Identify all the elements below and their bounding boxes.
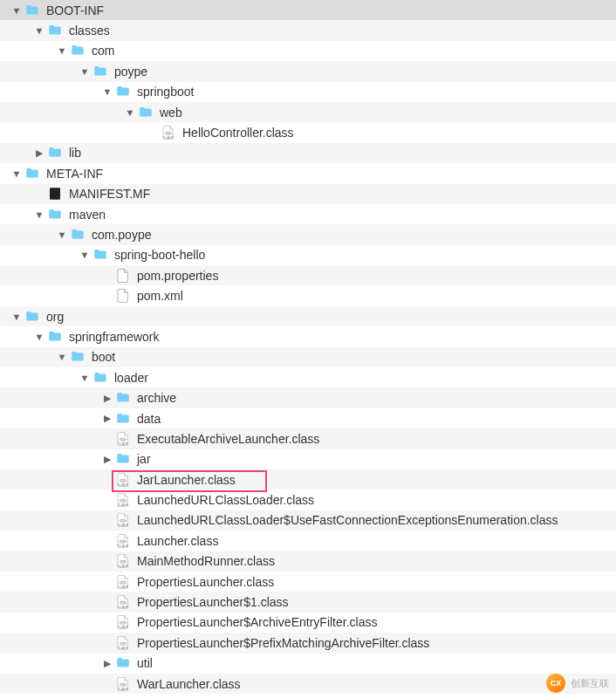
tree-row[interactable]: ▶archive [0,387,616,407]
tree-row[interactable]: ▼org [0,306,616,326]
tree-row[interactable]: CLASSExecutableArchiveLauncher.class [0,428,616,448]
tree-row[interactable]: ▼web [0,102,616,122]
chevron-down-icon[interactable]: ▼ [79,249,91,261]
tree-row[interactable]: MANIFEST.MF [0,184,616,204]
watermark: CX 创新互联 [546,674,609,693]
tree-row[interactable]: ▼com.poype [0,224,616,244]
chevron-down-icon[interactable]: ▼ [10,168,23,180]
disclosure-spacer [101,678,113,690]
class-icon: CLASS [115,553,131,569]
tree-item-label: web [160,106,182,120]
folder-icon [70,349,86,365]
svg-point-17 [120,601,127,604]
disclosure-spacer [101,596,113,608]
folder-icon [24,166,40,181]
svg-text:CLASS: CLASS [118,565,129,568]
tree-row[interactable]: CLASSLauncher.class [0,530,616,551]
class-icon: CLASS [115,635,131,651]
tree-row[interactable]: ▶data [0,408,616,428]
tree-row[interactable]: ▶jar [0,449,616,469]
disclosure-spacer [101,290,113,302]
svg-point-21 [120,642,127,645]
tree-item-label: WarLauncher.class [137,677,241,691]
svg-text:CLASS: CLASS [118,606,129,609]
svg-point-5 [120,479,127,482]
tree-row[interactable]: CLASSHelloController.class [0,122,616,142]
tree-row[interactable]: ▼loader [0,367,616,387]
tree-item-label: poype [114,65,147,79]
tree-row[interactable]: CLASSPropertiesLauncher.class [0,571,616,592]
tree-item-label: classes [69,24,110,38]
file-tree[interactable]: ▼BOOT-INF▼classes▼com▼poype▼springboot▼w… [0,0,616,694]
tree-item-label: jar [137,452,151,466]
tree-row[interactable]: ▼classes [0,20,616,40]
svg-point-19 [120,622,127,625]
tree-item-label: JarLauncher.class [137,473,236,487]
chevron-right-icon[interactable]: ▶ [101,413,113,425]
tree-row[interactable]: pom.xml [0,285,616,305]
tree-row[interactable]: CLASSLaunchedURLClassLoader$UseFastConne… [0,510,616,530]
class-icon: CLASS [115,472,131,488]
tree-row[interactable]: ▶lib [0,143,616,163]
chevron-down-icon[interactable]: ▼ [10,4,23,17]
tree-row[interactable]: ▼spring-boot-hello [0,245,616,265]
folder-icon [115,451,131,467]
tree-row[interactable]: CLASSPropertiesLauncher$1.class [0,592,616,612]
chevron-down-icon[interactable]: ▼ [33,331,45,343]
tree-row[interactable]: ▼META-INF [0,163,616,183]
chevron-down-icon[interactable]: ▼ [33,24,45,37]
tree-item-label: PropertiesLauncher$ArchiveEntryFilter.cl… [137,615,377,629]
disclosure-spacer [147,127,159,139]
tree-row[interactable]: ▼poype [0,61,616,81]
class-icon: CLASS [115,574,131,590]
svg-point-0 [165,132,172,134]
folder-icon [92,370,108,386]
tree-item-label: org [46,310,64,324]
tree-row[interactable]: CLASSPropertiesLauncher$ArchiveEntryFilt… [0,612,616,633]
watermark-text: 创新互联 [571,677,609,690]
tree-row[interactable]: ▼BOOT-INF [0,0,616,20]
tree-row[interactable]: ▶util [0,654,616,674]
tree-item-label: PropertiesLauncher$1.class [137,595,289,609]
disclosure-spacer [101,514,113,526]
tree-item-label: loader [114,371,148,385]
tree-row[interactable]: ▼springframework [0,326,616,346]
tree-row[interactable]: ▼com [0,41,616,61]
class-icon: CLASS [115,614,131,630]
chevron-down-icon[interactable]: ▼ [101,86,113,98]
chevron-down-icon[interactable]: ▼ [79,65,91,78]
tree-row[interactable]: ▼maven [0,204,616,224]
tree-row[interactable]: CLASSLaunchedURLClassLoader.class [0,489,616,510]
chevron-down-icon[interactable]: ▼ [56,351,68,363]
chevron-down-icon[interactable]: ▼ [79,372,91,384]
chevron-down-icon[interactable]: ▼ [10,311,23,323]
tree-row[interactable]: CLASSJarLauncher.class [0,469,616,489]
class-icon: CLASS [115,492,131,508]
svg-text:CLASS: CLASS [163,136,175,140]
tree-row[interactable]: pom.properties [0,265,616,285]
tree-row[interactable]: CLASSPropertiesLauncher$PrefixMatchingAr… [0,633,616,653]
disclosure-spacer [101,555,113,567]
watermark-logo-icon: CX [546,674,565,693]
chevron-right-icon[interactable]: ▶ [101,392,113,404]
chevron-right-icon[interactable]: ▶ [101,657,113,669]
tree-item-label: archive [137,391,176,405]
chevron-right-icon[interactable]: ▶ [101,453,113,465]
tree-item-label: spring-boot-hello [114,248,205,262]
svg-point-9 [120,520,127,523]
svg-text:CLASS: CLASS [118,482,129,486]
tree-row[interactable]: CLASSWarLauncher.class [0,674,616,694]
disclosure-spacer [101,270,113,282]
chevron-right-icon[interactable]: ▶ [33,147,45,159]
chevron-down-icon[interactable]: ▼ [56,44,68,57]
tree-row[interactable]: ▼springboot [0,82,616,102]
chevron-down-icon[interactable]: ▼ [33,209,45,221]
tree-row[interactable]: ▼boot [0,347,616,367]
folder-icon [115,390,131,406]
tree-row[interactable]: CLASSMainMethodRunner.class [0,551,616,571]
chevron-down-icon[interactable]: ▼ [56,229,68,241]
folder-icon [115,411,131,427]
tree-item-label: lib [69,146,81,160]
chevron-down-icon[interactable]: ▼ [124,106,136,119]
folder-icon [70,43,86,58]
